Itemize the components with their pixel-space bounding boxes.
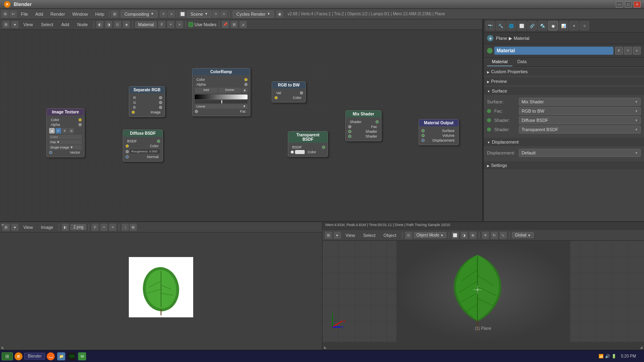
taskbar-files-icon[interactable]: 📁 [56, 352, 66, 361]
vp-render-icon[interactable]: ◑ [460, 232, 468, 239]
breadcrumb-material[interactable]: Material [514, 36, 529, 41]
img-icon1[interactable]: ◐ [62, 224, 69, 231]
undo-icon[interactable]: ↩ [10, 10, 17, 18]
prop-tab-modifier[interactable]: 🔩 [538, 21, 547, 31]
taskbar-blender-program[interactable]: Blender [24, 353, 45, 360]
img-icon4[interactable]: × [109, 224, 116, 231]
disp-value-dropdown[interactable]: Default ▼ [519, 149, 641, 157]
prop-tab-scene[interactable]: 🔧 [496, 21, 506, 31]
vp-corner-bl[interactable]: ◣ [323, 345, 327, 349]
node-menu-select[interactable]: Select [38, 21, 57, 28]
mat-btn-del[interactable]: × [633, 47, 641, 55]
cr-interpolation[interactable]: Linear▼ [195, 104, 248, 109]
node-editor-type-icon[interactable]: ⊞ [2, 21, 10, 28]
render-engine-selector[interactable]: Cycles Render ▼ [233, 10, 274, 18]
material-output-node[interactable]: Material Output Surface Volume Displacem… [419, 119, 459, 145]
node-camera-icon[interactable]: ⊙ [114, 21, 121, 28]
fac-value-dropdown[interactable]: RGB to BW ▼ [519, 107, 641, 115]
close-scene-icon[interactable]: × [220, 10, 227, 18]
prop-tab-physics[interactable]: ⚛ [580, 21, 589, 31]
pin-icon[interactable]: 📌 [222, 21, 229, 28]
img-cam-icon[interactable]: ● [11, 224, 19, 231]
material-dropdown[interactable]: Material [135, 21, 157, 28]
cr-del-btn[interactable]: Delete [219, 88, 242, 93]
snap-icon[interactable]: ⊿ [239, 21, 247, 28]
mix-shader-node[interactable]: Mix Shader Shader Fac Shader [345, 110, 382, 141]
flat-dropdown[interactable]: Flat ▼ [49, 140, 82, 144]
shader2-value-dropdown[interactable]: Transparent BSDF ▼ [519, 125, 641, 134]
colorramp-node[interactable]: ColorRamp Color Alpha Add Delete ▼ [192, 68, 250, 116]
vp-menu-view[interactable]: View [343, 232, 359, 239]
prop-tab-object[interactable]: ⬜ [517, 21, 526, 31]
layout-icon[interactable]: ⊞ [111, 10, 118, 18]
roughness-input[interactable]: Roughness: 0.000 [130, 149, 160, 154]
grid-icon[interactable]: ⊞ [231, 21, 238, 28]
node-world-icon[interactable]: ◈ [123, 21, 130, 28]
preview-header[interactable]: Preview [484, 77, 644, 85]
workspace-selector[interactable]: Compositing ▼ [121, 10, 157, 18]
vp-rotate-icon[interactable]: ↻ [491, 232, 498, 239]
close-button[interactable]: ✕ [634, 1, 641, 8]
object-mode-dropdown[interactable]: Object Mode ▼ [414, 232, 446, 238]
minimize-button[interactable]: ─ [616, 1, 623, 8]
use-nodes-toggle[interactable]: Use Nodes [188, 22, 216, 27]
vp-scale-icon[interactable]: ⤡ [500, 232, 507, 239]
shader1-value-dropdown[interactable]: Diffuse BSDF ▼ [519, 116, 641, 124]
prop-tab-material[interactable]: ◉ [548, 21, 558, 31]
diffuse-bsdf-node[interactable]: Diffuse BSDF BSDF Color Roughness: 0.000 [123, 130, 163, 162]
add-scene-icon[interactable]: + [212, 10, 219, 18]
material-name-input[interactable] [494, 47, 613, 55]
maximize-button[interactable]: □ [625, 1, 632, 8]
surface-header[interactable]: Surface [484, 87, 644, 95]
vp-corner-br[interactable]: ◢ [639, 345, 643, 349]
tex-btn4[interactable]: ⊙ [68, 128, 74, 134]
separate-rgb-node[interactable]: Separate RGB R G B [129, 86, 165, 117]
prop-tab-constraint[interactable]: 🔗 [527, 21, 537, 31]
tab-data[interactable]: Data [512, 58, 531, 66]
vp-type-icon[interactable]: ⊞ [325, 232, 332, 239]
img-icon2[interactable]: F [91, 224, 99, 231]
corner-resize-tl[interactable]: ◤ [1, 223, 5, 227]
tex-btn3[interactable]: F [62, 128, 68, 134]
start-button[interactable]: ⊞ [2, 352, 13, 360]
img-zoom1[interactable]: ↕ [122, 224, 129, 231]
displacement-header[interactable]: Displacement [484, 138, 644, 146]
node-view-icon[interactable]: ● [11, 21, 19, 28]
cr-add-btn[interactable]: Add [195, 88, 218, 93]
tab-material[interactable]: Material [487, 58, 512, 66]
mat-btn-add[interactable]: + [624, 47, 632, 55]
img-menu-view[interactable]: View [20, 224, 36, 230]
del-mat-icon[interactable]: × [176, 21, 183, 28]
img-icon3[interactable]: + [100, 224, 107, 231]
add-workspace-icon[interactable]: + [160, 10, 167, 18]
mat-btn-f[interactable]: F [615, 47, 623, 55]
close-workspace-icon[interactable]: × [168, 10, 175, 18]
node-canvas[interactable]: Image Texture Color Alpha ◉ P F ⊙ [0, 30, 482, 213]
menu-help[interactable]: Help [92, 11, 108, 17]
vp-icon1[interactable]: ⊙ [405, 232, 412, 239]
blender-menu-icon[interactable]: ⚙ [2, 10, 9, 18]
vp-overlay-icon[interactable]: ⊕ [469, 232, 477, 239]
vp-cam-icon[interactable]: ● [334, 232, 341, 239]
image-filename[interactable]: 2.png [70, 224, 86, 230]
scene-selector[interactable]: Scene ▼ [187, 10, 211, 18]
node-menu-node[interactable]: Node [74, 21, 91, 28]
tex-btn1[interactable]: ◉ [49, 128, 55, 134]
prop-tab-particle[interactable]: ✦ [569, 21, 579, 31]
add-mat-icon[interactable]: F [158, 21, 165, 28]
vp-menu-object[interactable]: Object [380, 232, 400, 239]
menu-render[interactable]: Render [47, 11, 68, 17]
menu-window[interactable]: Window [69, 11, 91, 17]
trans-color-swatch[interactable] [295, 150, 305, 154]
vp-viewport-shading[interactable]: ⬜ [452, 232, 459, 239]
settings-header[interactable]: Settings [484, 161, 644, 169]
render-icon[interactable]: ◉ [276, 10, 283, 18]
node-menu-add[interactable]: Add [58, 21, 72, 28]
add-mat-icon2[interactable]: + [167, 21, 174, 28]
taskbar-text-icon[interactable]: W [77, 352, 87, 361]
surface-value-dropdown[interactable]: Mix Shader ▼ [519, 98, 641, 106]
menu-add[interactable]: Add [32, 11, 47, 17]
prop-tab-world[interactable]: 🌐 [506, 21, 516, 31]
single-image-dropdown[interactable]: Single Image ▼ [49, 145, 82, 150]
breadcrumb-plane[interactable]: Plane [496, 36, 507, 41]
